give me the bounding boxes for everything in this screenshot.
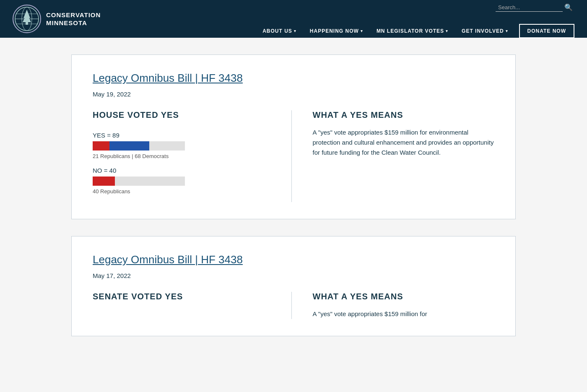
logo-text: CONSERVATION MINNESOTA bbox=[46, 11, 101, 27]
yes-means-heading-2: WHAT A YES MEANS bbox=[313, 292, 495, 301]
nav-about-us[interactable]: ABOUT US ▾ bbox=[256, 12, 303, 50]
nav-row: ABOUT US ▾ HAPPENING NOW ▾ MN LEGISLATOR… bbox=[256, 12, 574, 50]
yes-breakdown-1: 21 Republicans | 68 Democrats bbox=[93, 153, 275, 159]
vote-body-2: SENATE VOTED YES WHAT A YES MEANS A "yes… bbox=[93, 292, 494, 319]
yes-means-text-1: A "yes" vote appropriates $159 million f… bbox=[313, 127, 495, 158]
vote-left-1: HOUSE VOTED YES YES = 89 21 Republicans … bbox=[93, 110, 292, 202]
bill-title-2[interactable]: Legacy Omnibus Bill | HF 3438 bbox=[93, 253, 494, 266]
bill-date-1: May 19, 2022 bbox=[93, 91, 494, 98]
vote-card-1: Legacy Omnibus Bill | HF 3438 May 19, 20… bbox=[71, 55, 516, 219]
donate-button[interactable]: DONATE NOW bbox=[519, 24, 574, 38]
bill-title-1[interactable]: Legacy Omnibus Bill | HF 3438 bbox=[93, 72, 494, 85]
bill-date-2: May 17, 2022 bbox=[93, 272, 494, 279]
vote-heading-1: HOUSE VOTED YES bbox=[93, 110, 275, 120]
no-label-1: NO = 40 bbox=[93, 167, 275, 174]
nav-mn-legislator-votes[interactable]: MN LEGISLATOR VOTES ▾ bbox=[370, 12, 455, 50]
chevron-down-icon: ▾ bbox=[446, 29, 448, 33]
nav-get-involved[interactable]: GET INVOLVED ▾ bbox=[455, 12, 514, 50]
vote-heading-2: SENATE VOTED YES bbox=[93, 292, 275, 301]
yes-label-1: YES = 89 bbox=[93, 132, 275, 139]
yes-means-text-2: A "yes" vote appropriates $159 million f… bbox=[313, 309, 495, 319]
no-bar-1 bbox=[93, 177, 185, 186]
chevron-down-icon: ▾ bbox=[361, 29, 363, 33]
chevron-down-icon: ▾ bbox=[294, 29, 296, 33]
vote-right-1: WHAT A YES MEANS A "yes" vote appropriat… bbox=[292, 110, 495, 202]
yes-means-heading-1: WHAT A YES MEANS bbox=[313, 110, 495, 120]
header-right: 🔍 ABOUT US ▾ HAPPENING NOW ▾ MN LEGISLAT… bbox=[256, 0, 574, 38]
yes-empty-bar bbox=[149, 141, 185, 151]
vote-left-2: SENATE VOTED YES bbox=[93, 292, 292, 319]
no-row-1: NO = 40 40 Republicans bbox=[93, 167, 275, 195]
search-button[interactable]: 🔍 bbox=[563, 3, 574, 12]
nav-happening-now[interactable]: HAPPENING NOW ▾ bbox=[303, 12, 370, 50]
yes-bar-1 bbox=[93, 141, 185, 151]
vote-right-2: WHAT A YES MEANS A "yes" vote appropriat… bbox=[292, 292, 495, 319]
no-breakdown-1: 40 Republicans bbox=[93, 188, 275, 195]
yes-blue-bar bbox=[109, 141, 149, 151]
vote-card-2: Legacy Omnibus Bill | HF 3438 May 17, 20… bbox=[71, 236, 516, 336]
logo-area[interactable]: CONSERVATION MINNESOTA bbox=[13, 5, 101, 33]
no-empty-bar bbox=[115, 177, 185, 186]
no-red-bar bbox=[93, 177, 115, 186]
yes-red-bar bbox=[93, 141, 109, 151]
vote-body-1: HOUSE VOTED YES YES = 89 21 Republicans … bbox=[93, 110, 494, 202]
chevron-down-icon: ▾ bbox=[506, 29, 508, 33]
yes-row-1: YES = 89 21 Republicans | 68 Democrats bbox=[93, 132, 275, 159]
main-content: Legacy Omnibus Bill | HF 3438 May 19, 20… bbox=[63, 55, 524, 336]
logo-icon bbox=[13, 5, 41, 33]
site-header: CONSERVATION MINNESOTA 🔍 ABOUT US ▾ HAPP… bbox=[0, 0, 587, 38]
search-input[interactable] bbox=[496, 3, 563, 12]
svg-rect-7 bbox=[26, 22, 28, 25]
